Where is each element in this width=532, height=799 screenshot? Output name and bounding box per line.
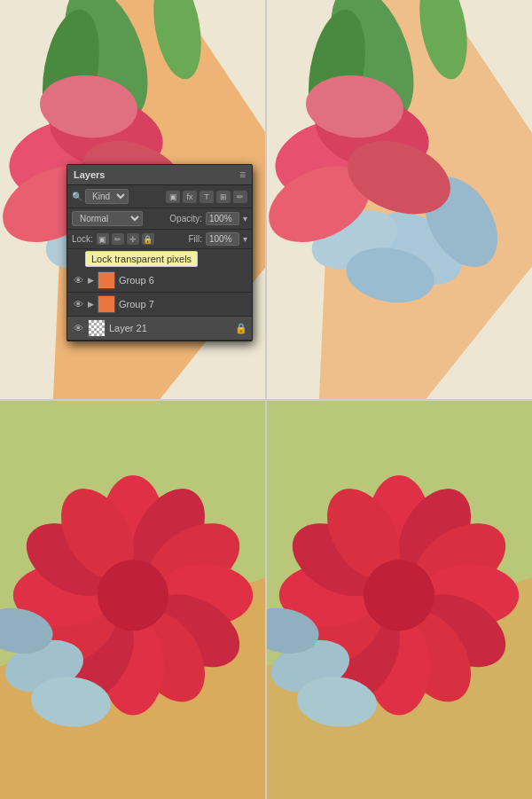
- layers-lock-row: Lock: ▣ ✏ ✛ 🔒 Fill: 100% ▾: [67, 230, 252, 249]
- panel-bottom-right: [266, 400, 532, 800]
- lock-pixels-icon[interactable]: ✏: [112, 233, 124, 245]
- text-filter-icon[interactable]: T: [200, 191, 214, 203]
- layer-eye-group7[interactable]: 👁: [72, 298, 84, 310]
- layer-row-group6[interactable]: 👁 ▶ Group 6: [67, 269, 252, 293]
- search-icon: 🔍: [72, 192, 82, 201]
- svg-point-42: [98, 560, 168, 631]
- opacity-label: Opacity:: [169, 214, 202, 223]
- kind-selector[interactable]: Kind: [85, 189, 129, 204]
- lock-move-icon[interactable]: ✛: [127, 233, 139, 245]
- lock-all-icon[interactable]: 🔒: [142, 233, 154, 245]
- layers-panel: Layers ≡ 🔍 Kind ▣ fx T ⊞ ✏: [66, 164, 253, 341]
- layer-arrow-group7[interactable]: ▶: [88, 300, 94, 309]
- layer-eye-group6[interactable]: 👁: [72, 274, 84, 286]
- fill-arrow[interactable]: ▾: [243, 234, 247, 244]
- panel-bottom-left: [0, 400, 266, 800]
- layers-search-row: 🔍 Kind ▣ fx T ⊞ ✏: [67, 185, 252, 208]
- layer-name-group7: Group 7: [119, 299, 247, 309]
- layer-thumb-group6: [98, 271, 115, 289]
- panel-top-right: [266, 0, 532, 400]
- layer-eye-layer21[interactable]: 👁: [72, 322, 84, 334]
- blend-mode-selector[interactable]: Normal: [72, 211, 143, 226]
- fx-filter-icon[interactable]: fx: [183, 191, 197, 203]
- lock-label: Lock:: [72, 234, 93, 244]
- panel-top-left: Layers ≡ 🔍 Kind ▣ fx T ⊞ ✏: [0, 0, 266, 400]
- pixel-filter-icon[interactable]: ▣: [166, 191, 180, 203]
- lock-icons: ▣ ✏ ✛ 🔒: [97, 233, 154, 245]
- artwork-br: [266, 400, 532, 800]
- layers-blend-row: Normal Opacity: 100% ▾: [67, 208, 252, 230]
- layer-thumb-group7: [98, 295, 115, 313]
- opacity-value[interactable]: 100%: [206, 212, 239, 225]
- shape-filter-icon[interactable]: ⊞: [216, 191, 231, 203]
- layers-menu-icon[interactable]: ≡: [239, 168, 246, 181]
- layer-lock-layer21: 🔒: [235, 323, 247, 334]
- layer-arrow-group6[interactable]: ▶: [88, 276, 94, 285]
- layer-row-layer21[interactable]: 👁 Layer 21 🔒: [67, 317, 252, 341]
- layer-row-group7[interactable]: 👁 ▶ Group 7: [67, 293, 252, 317]
- opacity-arrow[interactable]: ▾: [243, 214, 247, 223]
- layers-title: Layers: [74, 169, 105, 180]
- layer-name-layer21: Layer 21: [109, 323, 231, 333]
- fill-label: Fill:: [188, 234, 202, 244]
- pen-filter-icon[interactable]: ✏: [233, 191, 247, 203]
- tooltip-row: Lock transparent pixels: [67, 249, 252, 269]
- lock-transparent-icon[interactable]: ▣: [97, 233, 109, 245]
- layer-thumb-layer21: [88, 319, 106, 337]
- artwork-bl: [0, 400, 266, 800]
- artwork-tr: [266, 0, 532, 400]
- fill-value[interactable]: 100%: [206, 232, 239, 246]
- layer-name-group6: Group 6: [119, 275, 247, 286]
- filter-icons: ▣ fx T ⊞ ✏: [166, 191, 247, 203]
- layers-title-bar: Layers ≡: [67, 165, 252, 185]
- tooltip-box: Lock transparent pixels: [85, 251, 198, 267]
- svg-point-60: [364, 560, 434, 631]
- separator-vertical: [265, 0, 267, 799]
